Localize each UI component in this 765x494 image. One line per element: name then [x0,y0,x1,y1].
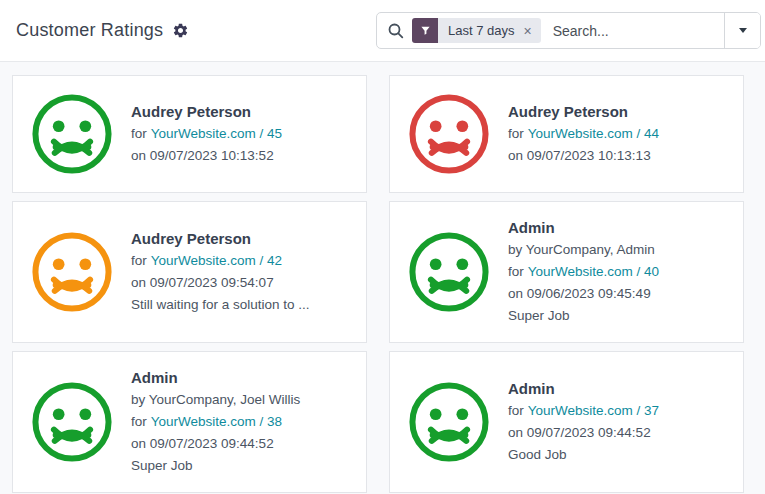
customer-name: Admin [508,378,659,400]
rating-smiley-icon [406,229,492,315]
filter-funnel-icon [412,18,438,43]
facet-label: Last 7 days [448,23,515,38]
search-bar[interactable]: Last 7 days × [376,12,761,49]
for-label: for [131,414,147,429]
customer-name: Audrey Peterson [508,101,659,123]
feedback-text: Still waiting for a solution to ... [131,294,310,316]
for-label: for [508,403,524,418]
rated-resource-link[interactable]: YourWebsite.com / 42 [151,253,282,268]
for-label: for [508,126,524,141]
on-line: on 09/07/2023 09:54:07 [131,272,310,294]
kanban-content: Audrey Peterson forYourWebsite.com / 45 … [0,62,765,494]
rating-smiley-icon [29,229,115,315]
for-line: forYourWebsite.com / 44 [508,123,659,145]
rating-smiley-icon [29,379,115,465]
rating-card[interactable]: Audrey Peterson forYourWebsite.com / 45 … [12,75,367,193]
customer-name: Admin [131,367,300,389]
for-line: forYourWebsite.com / 45 [131,123,282,145]
rating-card[interactable]: Audrey Peterson forYourWebsite.com / 44 … [389,75,744,193]
on-line: on 09/07/2023 09:44:52 [131,433,300,455]
search-dropdown-toggle[interactable] [724,13,760,48]
on-line: on 09/06/2023 09:45:49 [508,283,659,305]
ratings-grid: Audrey Peterson forYourWebsite.com / 45 … [12,75,744,493]
rated-resource-link[interactable]: YourWebsite.com / 45 [151,126,282,141]
rated-resource-link[interactable]: YourWebsite.com / 40 [528,264,659,279]
for-line: forYourWebsite.com / 40 [508,261,659,283]
on-line: on 09/07/2023 10:13:52 [131,145,282,167]
for-label: for [508,264,524,279]
by-line: by YourCompany, Admin [508,239,659,261]
for-label: for [131,126,147,141]
customer-name: Admin [508,217,659,239]
facet-remove-button[interactable]: × [524,24,532,38]
search-icon [388,23,404,39]
feedback-text: Good Job [508,444,659,466]
rating-card[interactable]: Admin forYourWebsite.com / 37 on 09/07/2… [389,351,744,493]
rated-resource-link[interactable]: YourWebsite.com / 37 [528,403,659,418]
on-line: on 09/07/2023 09:44:52 [508,422,659,444]
for-line: forYourWebsite.com / 42 [131,250,310,272]
customer-name: Audrey Peterson [131,228,310,250]
on-line: on 09/07/2023 10:13:13 [508,145,659,167]
for-label: for [131,253,147,268]
for-line: forYourWebsite.com / 37 [508,400,659,422]
rating-smiley-icon [29,91,115,177]
rated-resource-link[interactable]: YourWebsite.com / 44 [528,126,659,141]
rated-resource-link[interactable]: YourWebsite.com / 38 [151,414,282,429]
by-line: by YourCompany, Joel Willis [131,389,300,411]
customer-name: Audrey Peterson [131,101,282,123]
settings-gear-icon[interactable] [172,22,189,39]
rating-card[interactable]: Admin by YourCompany, Admin forYourWebsi… [389,201,744,343]
feedback-text: Super Job [131,455,300,477]
top-bar: Customer Ratings Last 7 days × [0,0,765,62]
search-input[interactable] [541,23,724,39]
for-line: forYourWebsite.com / 38 [131,411,300,433]
rating-card[interactable]: Admin by YourCompany, Joel Willis forYou… [12,351,367,493]
caret-down-icon [739,28,747,33]
rating-card[interactable]: Audrey Peterson forYourWebsite.com / 42 … [12,201,367,343]
rating-smiley-icon [406,91,492,177]
rating-smiley-icon [406,379,492,465]
page-title: Customer Ratings [16,20,163,41]
filter-facet[interactable]: Last 7 days × [412,18,541,43]
feedback-text: Super Job [508,305,659,327]
